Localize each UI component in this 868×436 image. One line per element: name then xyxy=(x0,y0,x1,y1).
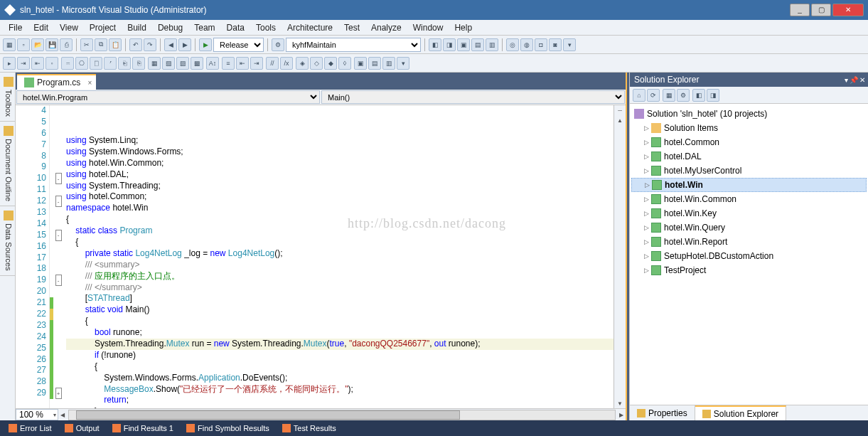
tool-icon[interactable]: ▥ xyxy=(382,57,395,70)
text-icon[interactable]: ⎕ xyxy=(90,57,102,70)
maximize-button[interactable]: ▢ xyxy=(811,4,831,16)
fold-toggle[interactable]: - xyxy=(55,196,62,207)
bookmark-icon[interactable]: ◆ xyxy=(324,57,337,70)
tree-item-hotel-win-common[interactable]: ▷hotel.Win.Common xyxy=(631,192,867,206)
expand-icon[interactable]: ▷ xyxy=(644,153,651,160)
menu-team[interactable]: Team xyxy=(188,21,220,34)
bottom-tab-test-results[interactable]: Test Results xyxy=(277,422,342,434)
home-icon[interactable]: ⌂ xyxy=(633,89,645,102)
code-line[interactable]: using hotel.Win.Common; xyxy=(66,158,614,169)
expand-icon[interactable]: ▷ xyxy=(644,252,651,260)
tree-item-hotel-win[interactable]: ▷hotel.Win xyxy=(631,178,867,192)
fold-toggle[interactable]: + xyxy=(55,388,62,399)
dbg-icon[interactable]: ▸ xyxy=(3,57,16,70)
pin-icon[interactable]: × xyxy=(88,79,92,87)
code-line[interactable]: { xyxy=(66,237,614,248)
comment-icon[interactable]: // xyxy=(266,57,279,70)
text-icon[interactable]: ▨ xyxy=(176,57,189,70)
menu-window[interactable]: Window xyxy=(407,21,449,34)
expand-icon[interactable]: ▷ xyxy=(645,181,652,188)
code-line[interactable]: [STAThread] xyxy=(66,293,614,304)
bottom-tab-find-results-1[interactable]: Find Results 1 xyxy=(107,422,179,434)
bookmark-icon[interactable]: ◈ xyxy=(296,57,309,70)
dropdown-icon[interactable]: ▾ xyxy=(845,76,848,84)
tool-icon[interactable]: ▥ xyxy=(486,38,498,51)
config-select[interactable]: Release xyxy=(213,38,264,52)
tool-icon[interactable]: ◎ xyxy=(506,38,519,51)
text-icon[interactable]: ⎗ xyxy=(118,57,131,70)
scroll-right-icon[interactable]: ▶ xyxy=(617,412,626,418)
bottom-tab-find-symbol-results[interactable]: Find Symbol Results xyxy=(181,422,275,434)
scroll-up-icon[interactable]: ▲ xyxy=(614,115,626,125)
exp-tab-properties[interactable]: Properties xyxy=(630,405,695,420)
new-project-icon[interactable]: ▦ xyxy=(3,38,16,51)
expand-icon[interactable]: ▷ xyxy=(644,124,651,132)
indent-icon[interactable]: ≡ xyxy=(222,57,235,70)
scroll-left-icon[interactable]: ◀ xyxy=(58,412,67,418)
tool-icon[interactable]: ▣ xyxy=(457,38,470,51)
tree-item-hotel-myusercontrol[interactable]: ▷hotel.MyUserControl xyxy=(631,164,867,178)
close-button[interactable]: ✕ xyxy=(832,4,864,16)
menu-file[interactable]: File xyxy=(3,21,28,34)
tool-icon[interactable]: ▤ xyxy=(471,38,484,51)
vertical-scrollbar[interactable]: ─ ▲ ▼ xyxy=(614,105,626,408)
pin-icon[interactable]: 📌 xyxy=(850,76,858,84)
code-line[interactable]: using System.Linq; xyxy=(66,135,614,147)
view-code-icon[interactable]: ◧ xyxy=(692,89,705,102)
text-icon[interactable]: ⎖ xyxy=(104,57,117,70)
expand-icon[interactable]: ▷ xyxy=(644,139,651,146)
menu-analyze[interactable]: Analyze xyxy=(365,21,407,34)
side-tab-data-sources[interactable]: Data Sources xyxy=(0,206,15,276)
menu-help[interactable]: Help xyxy=(449,21,478,34)
side-tab-document-outline[interactable]: Document Outline xyxy=(0,122,15,206)
expand-icon[interactable]: ▷ xyxy=(644,167,651,174)
menu-edit[interactable]: Edit xyxy=(28,21,54,34)
tool-icon[interactable]: ◘ xyxy=(535,38,547,51)
code-line[interactable]: static void Main() xyxy=(66,304,614,316)
cut-icon[interactable]: ✂ xyxy=(80,38,93,51)
code-line[interactable]: using System.Windows.Forms; xyxy=(66,147,614,158)
fold-toggle[interactable]: - xyxy=(55,230,62,241)
code-area[interactable]: 4567891011121314151617181920212223242526… xyxy=(16,105,626,408)
code-line[interactable]: using hotel.Common; xyxy=(66,191,614,203)
nav-fwd-icon[interactable]: ▶ xyxy=(178,38,191,51)
menu-test[interactable]: Test xyxy=(338,21,365,34)
menu-data[interactable]: Data xyxy=(221,21,250,34)
code-line[interactable]: if (!runone) xyxy=(66,350,614,361)
code-line[interactable]: MessageBox.Show("已经运行了一个酒店系统，不能同时运行。"); xyxy=(66,384,614,395)
expand-icon[interactable]: ▷ xyxy=(644,224,651,231)
file-tab-program[interactable]: Program.cs × xyxy=(17,74,96,90)
scroll-thumb[interactable] xyxy=(76,410,460,420)
new-file-icon[interactable]: ▫ xyxy=(17,38,30,51)
start-icon[interactable]: ▶ xyxy=(199,38,212,51)
code-line[interactable]: static class Program xyxy=(66,225,614,237)
code-line[interactable]: } xyxy=(66,406,614,408)
tool-icon[interactable]: ▾ xyxy=(563,38,576,51)
menu-debug[interactable]: Debug xyxy=(152,21,188,34)
view-designer-icon[interactable]: ◨ xyxy=(707,89,719,102)
menu-project[interactable]: Project xyxy=(84,21,122,34)
tool-icon[interactable]: ▾ xyxy=(397,57,409,70)
side-tab-toolbox[interactable]: Toolbox xyxy=(0,73,15,122)
text-icon[interactable]: A↕ xyxy=(206,57,219,70)
horizontal-scrollbar[interactable] xyxy=(68,410,616,420)
dbg-icon[interactable]: ◦ xyxy=(45,57,58,70)
code-line[interactable]: { xyxy=(66,361,614,373)
code-line[interactable]: using System.Threading; xyxy=(66,181,614,192)
exp-tab-solution-explorer[interactable]: Solution Explorer xyxy=(695,405,786,420)
code-line[interactable]: { xyxy=(66,316,614,327)
bottom-tab-output[interactable]: Output xyxy=(59,422,105,434)
tool-icon[interactable]: ◙ xyxy=(549,38,562,51)
tree-item-hotel-win-report[interactable]: ▷hotel.Win.Report xyxy=(631,235,867,249)
scroll-track[interactable] xyxy=(614,125,626,398)
bottom-tab-error-list[interactable]: Error List xyxy=(3,422,58,434)
text-icon[interactable]: ▧ xyxy=(162,57,175,70)
code-line[interactable]: private static Log4NetLog _log = new Log… xyxy=(66,248,614,260)
text-icon[interactable]: ⎓ xyxy=(61,57,74,70)
code-line[interactable]: return; xyxy=(66,395,614,406)
code-text[interactable]: http://blog.csdn.net/dacong using System… xyxy=(63,105,614,408)
refresh-icon[interactable]: ⟳ xyxy=(647,89,660,102)
code-line[interactable]: /// 应用程序的主入口点。 xyxy=(66,271,614,282)
code-line[interactable]: /// </summary> xyxy=(66,282,614,294)
code-line[interactable]: using hotel.DAL; xyxy=(66,169,614,181)
